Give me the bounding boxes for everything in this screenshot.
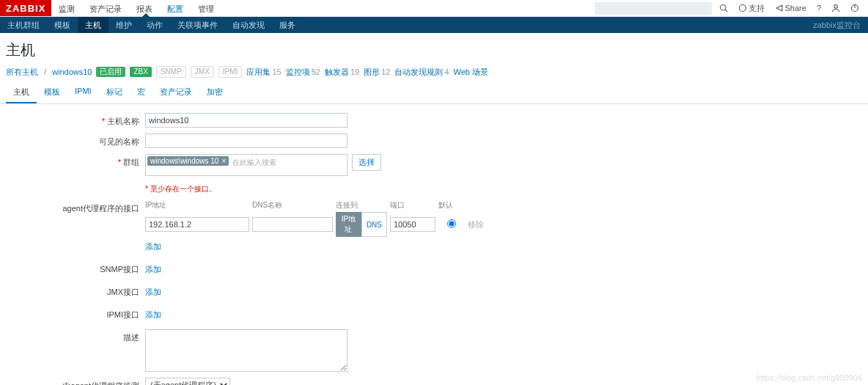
hdr-default: 默认 [438, 200, 465, 212]
zabbix-console-link[interactable]: zabbix监控台 [806, 17, 868, 33]
tab-encryption[interactable]: 加密 [199, 82, 230, 103]
connect-dns-button[interactable]: DNS [361, 212, 387, 237]
agent-default-radio[interactable] [447, 219, 456, 228]
label-ipmi: IPMI接口 [6, 307, 145, 320]
search-input[interactable] [595, 2, 712, 15]
hdr-port: 端口 [390, 200, 435, 212]
groups-multiselect[interactable]: windows\windows 10 × 在此输入搜索 [145, 154, 347, 176]
tab-ipmi[interactable]: IPMI [67, 82, 99, 103]
svg-line-1 [725, 10, 727, 12]
help-icon[interactable]: ? [814, 4, 824, 12]
topbar: ZABBIX 监测 资产记录 报表 配置 管理 支持 Share ? [0, 0, 868, 17]
svg-point-3 [834, 5, 838, 9]
agent-interface-table: IP地址 DNS名称 连接到 端口 默认 IP地址 DNS 移除 [145, 200, 494, 237]
topnav-admin[interactable]: 管理 [191, 0, 221, 16]
subnav-correlation[interactable]: 关联项事件 [170, 17, 225, 33]
label-snmp: SNMP接口 [6, 261, 145, 275]
topnav: 监测 资产记录 报表 配置 管理 [51, 0, 221, 16]
group-tag: windows\windows 10 × [147, 156, 229, 166]
jmx-add-link[interactable]: 添加 [145, 284, 161, 301]
avail-jmx: JMX [191, 66, 214, 78]
hostname-input[interactable] [145, 113, 347, 128]
tab-templates[interactable]: 模板 [37, 82, 67, 103]
host-form: 主机名称 可见的名称 群组 windows\windows 10 × 在此输入搜… [0, 104, 868, 385]
watermark: https://blog.csdn.net/g950904 [757, 373, 862, 382]
tab-host[interactable]: 主机 [6, 82, 37, 103]
tab-macros[interactable]: 宏 [130, 82, 152, 103]
share-label: Share [785, 4, 806, 12]
counter-triggers[interactable]: 触发器19 [325, 67, 359, 78]
label-agent: agent代理程序的接口 [6, 200, 145, 214]
group-tag-remove[interactable]: × [221, 157, 226, 165]
avail-snmp: SNMP [156, 66, 186, 78]
label-groups: 群组 [6, 154, 145, 168]
ipmi-add-link[interactable]: 添加 [145, 307, 161, 323]
counter-items[interactable]: 监控项52 [286, 67, 320, 78]
search-icon[interactable] [716, 4, 731, 12]
counter-web[interactable]: Web 场景 [454, 67, 490, 78]
support-label: 支持 [749, 3, 765, 14]
toptools: 支持 Share ? [595, 0, 868, 16]
subnav-templates[interactable]: 模板 [47, 17, 78, 33]
subnav-hostgroups[interactable]: 主机群组 [0, 17, 47, 33]
interface-hint: 至少存在一个接口。 [145, 182, 216, 194]
label-hostname: 主机名称 [6, 113, 145, 127]
topnav-inventory[interactable]: 资产记录 [82, 0, 129, 16]
label-visiblename: 可见的名称 [6, 133, 145, 147]
avail-ipmi: IPMI [218, 66, 243, 78]
crumb-sep [43, 67, 48, 76]
page-title: 主机 [0, 33, 868, 66]
crumb-host[interactable]: windows10 [52, 67, 92, 76]
agent-connect-seg: IP地址 DNS [336, 212, 387, 237]
groups-placeholder: 在此输入搜索 [231, 156, 278, 169]
hdr-ip: IP地址 [145, 200, 249, 212]
avail-zbx: ZBX [130, 67, 151, 77]
label-description: 描述 [6, 329, 145, 343]
agent-port-input[interactable] [390, 217, 435, 232]
status-badge: 已启用 [96, 67, 125, 77]
topnav-monitor[interactable]: 监测 [51, 0, 82, 16]
subnav-hosts[interactable]: 主机 [78, 17, 108, 33]
subbar: 主机群组 模板 主机 维护 动作 关联项事件 自动发现 服务 zabbix监控台 [0, 17, 868, 33]
power-icon[interactable] [847, 4, 862, 12]
hdr-dns: DNS名称 [252, 200, 333, 212]
tab-tags[interactable]: 标记 [99, 82, 130, 103]
counter-graphs[interactable]: 图形12 [364, 67, 390, 78]
support-link[interactable]: 支持 [735, 3, 768, 14]
label-proxy: 由agent代理程序监测 [6, 378, 145, 385]
connect-ip-button[interactable]: IP地址 [336, 212, 361, 237]
share-link[interactable]: Share [772, 4, 809, 12]
counter-apps[interactable]: 应用集15 [246, 67, 281, 78]
tab-inventory[interactable]: 资产记录 [152, 82, 199, 103]
groups-select-button[interactable]: 选择 [352, 154, 381, 171]
subnav-services[interactable]: 服务 [272, 17, 303, 33]
snmp-add-link[interactable]: 添加 [145, 261, 161, 278]
subnav-actions[interactable]: 动作 [139, 17, 170, 33]
topnav-active-indicator [142, 13, 150, 17]
agent-dns-input[interactable] [252, 217, 333, 232]
svg-point-2 [739, 5, 746, 12]
logo: ZABBIX [0, 0, 51, 16]
form-tabs: 主机 模板 IPMI 标记 宏 资产记录 加密 [0, 82, 868, 104]
proxy-select[interactable]: (无agent代理程序) [145, 378, 230, 385]
topnav-config[interactable]: 配置 [160, 0, 191, 16]
counter-discovery[interactable]: 自动发现规则4 [394, 67, 449, 78]
user-icon[interactable] [828, 4, 843, 12]
description-textarea[interactable] [145, 329, 347, 372]
subnav-discovery[interactable]: 自动发现 [225, 17, 272, 33]
agent-remove-link[interactable]: 移除 [468, 219, 494, 230]
label-jmx: JMX接口 [6, 284, 145, 298]
breadcrumb: 所有主机 windows10 已启用 ZBX SNMP JMX IPMI 应用集… [0, 66, 868, 82]
agent-ip-input[interactable] [145, 217, 249, 232]
subnav-maintenance[interactable]: 维护 [108, 17, 139, 33]
crumb-allhosts[interactable]: 所有主机 [6, 67, 38, 78]
hdr-connect: 连接到 [336, 200, 387, 212]
group-tag-label: windows\windows 10 [150, 157, 218, 165]
visiblename-input[interactable] [145, 133, 347, 148]
svg-point-0 [720, 5, 726, 11]
agent-add-link[interactable]: 添加 [145, 238, 494, 255]
